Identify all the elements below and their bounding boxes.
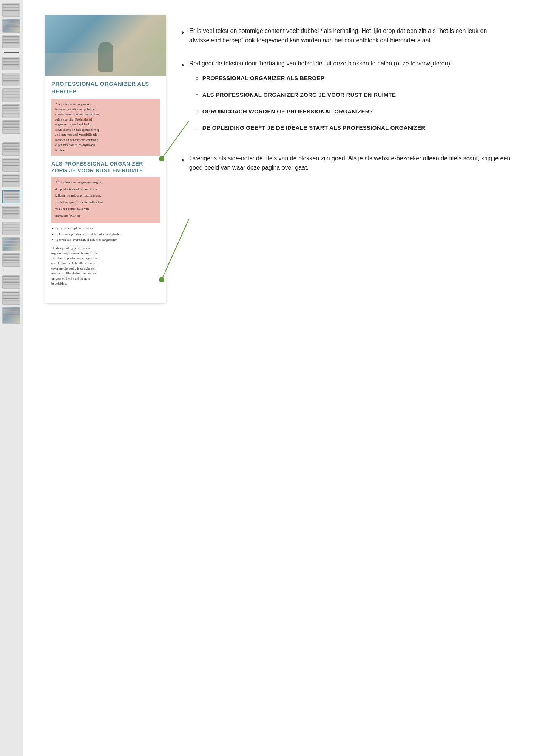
feedback-sub-list: PROFESSIONAL ORGANIZER ALS BEROEP ALS PR… xyxy=(195,74,515,132)
feedback-item-2: Redigeer de teksten door 'herhaling van … xyxy=(181,59,515,140)
feedback-sub-item-2-text: ALS PROFESSIONAL ORGANIZER ZORG JE VOOR … xyxy=(202,91,396,99)
text-block2-p2: dat je klanten orde en overzicht xyxy=(55,187,156,192)
feedback-sub-item-4: DE OPLEIDING GEEFT JE DE IDEALE START AL… xyxy=(195,124,515,132)
hero-image xyxy=(45,15,166,76)
sidebar-thumb-8[interactable] xyxy=(2,120,20,134)
feedback-sub-item-4-text: DE OPLEIDING GEEFT JE DE IDEALE START AL… xyxy=(202,124,426,132)
sidebar-thumb-12-active[interactable] xyxy=(2,190,20,203)
page-text-block-1-content: Als professional organizer begeleid en a… xyxy=(55,102,156,153)
page-bullet-3: gebrek aan overzicht, al dan niet aangeb… xyxy=(57,237,160,243)
text-line-10: hebben. xyxy=(55,148,66,152)
body-text-8: begeleiden. xyxy=(51,282,67,285)
body-text-4: aan de slag. Je hebt alle kennis en xyxy=(51,261,97,265)
main-content: PROFESSIONAL ORGANIZER ALS BEROEP Als pr… xyxy=(23,0,534,756)
feedback-item-2-content: Redigeer de teksten door 'herhaling van … xyxy=(189,59,515,140)
feedback-sub-item-3-text: OPRUIMCOACH WORDEN OF PROFESSIONAL ORGAN… xyxy=(202,107,373,116)
text-line-9: eigen motivaties en obstakels xyxy=(55,143,95,147)
text-line-8: mensen in contact die ieder hun xyxy=(55,138,98,142)
page-preview: PROFESSIONAL ORGANIZER ALS BEROEP Als pr… xyxy=(45,15,166,733)
sidebar-thumb-19[interactable] xyxy=(2,307,20,324)
text-line-3: creëren van orde en overzicht in xyxy=(55,112,99,116)
text-block2-p1: Als professional organizer zorg je xyxy=(55,180,156,185)
sidebar-thumb-13[interactable] xyxy=(2,206,20,219)
sidebar-thumb-18[interactable] xyxy=(2,291,20,305)
page-bullet-2: tekort aan praktische middelen of vaardi… xyxy=(57,232,160,237)
feedback-item-3-text: Overigens als side-note: de titels van d… xyxy=(189,154,515,173)
page-text-block-1: Als professional organizer begeleid en a… xyxy=(51,99,160,156)
text-line-6: afwisselend en uitdagend beroep. xyxy=(55,128,100,132)
feedback-sub-item-1: PROFESSIONAL ORGANIZER ALS BEROEP xyxy=(195,74,515,82)
sidebar-thumb-9[interactable] xyxy=(2,142,20,156)
sidebar-thumb-7[interactable] xyxy=(2,104,20,118)
page-bullet-1: gebrek aan tijd en prioriteit xyxy=(57,226,160,231)
feedback-sub-item-3: OPRUIMCOACH WORDEN OF PROFESSIONAL ORGAN… xyxy=(195,107,515,116)
text-line-5: organizer is een heel leuk, xyxy=(55,122,91,126)
body-text-7: op verschillende gebieden te xyxy=(51,277,90,280)
sidebar-thumb-6[interactable] xyxy=(2,88,20,102)
feedback-item-1-text: Er is veel tekst en sommige content voel… xyxy=(189,26,515,45)
text-line-1: Als professional organizer xyxy=(55,102,91,106)
sidebar-thumb-10[interactable] xyxy=(2,158,20,172)
feedback-sub-item-1-text: PROFESSIONAL ORGANIZER ALS BEROEP xyxy=(202,74,324,82)
text-block2-p3: krijgen, waardoor er rust ontstaat. xyxy=(55,193,156,198)
page-content: PROFESSIONAL ORGANIZER ALS BEROEP Als pr… xyxy=(45,76,166,294)
body-text-5: ervaring die nodig is om klanten xyxy=(51,266,96,270)
text-block2-p4: De hulpvragen zijn verschillend en xyxy=(55,200,156,205)
sidebar-thumb-3[interactable] xyxy=(2,35,20,48)
sidebar-divider-1 xyxy=(4,52,19,53)
text-line-7: Je komt met veel verschillende xyxy=(55,133,97,136)
page-bullet-list: gebrek aan tijd en prioriteit tekort aan… xyxy=(51,226,160,243)
sidebar-thumb-2[interactable] xyxy=(2,19,20,33)
sidebar-divider-3 xyxy=(4,271,19,271)
text-block2-p6: meerdere factoren: xyxy=(55,213,156,218)
sidebar-thumb-4[interactable] xyxy=(2,57,20,70)
page-text-block-2: Als professional organizer zorg je dat j… xyxy=(51,177,160,223)
body-text-3: zelfstandig professional organizer xyxy=(51,256,97,260)
sidebar-thumb-16[interactable] xyxy=(2,253,20,267)
page-body-text: Na de opleiding professional organizer/o… xyxy=(51,246,160,287)
sidebar-thumbnails xyxy=(0,0,23,756)
text-line-2: begeleid en adviseer je bij het xyxy=(55,107,96,111)
sidebar-divider-2 xyxy=(4,138,19,138)
sidebar-thumb-5[interactable] xyxy=(2,73,20,86)
body-text-2: organizer/opruimcoach kun je als xyxy=(51,251,97,255)
text-line-4: ruimte en tijd. xyxy=(55,118,74,121)
body-text-1: Na de opleiding professional xyxy=(51,246,91,250)
sidebar-thumb-17[interactable] xyxy=(2,275,20,289)
page-title-2: ALS PROFESSIONAL ORGANIZER ZORG JE VOOR … xyxy=(51,160,160,174)
feedback-sub-item-2: ALS PROFESSIONAL ORGANIZER ZORG JE VOOR … xyxy=(195,91,515,99)
feedback-list: Er is veel tekst en sommige content voel… xyxy=(181,26,515,172)
sidebar-thumb-11[interactable] xyxy=(2,174,20,187)
sidebar-thumb-14[interactable] xyxy=(2,222,20,235)
feedback-item-2-intro: Redigeer de teksten door 'herhaling van … xyxy=(189,60,452,67)
feedback-item-1: Er is veel tekst en sommige content voel… xyxy=(181,26,515,45)
text-highlight: Professional xyxy=(75,118,92,121)
text-block2-p5: vaak een combinatie van xyxy=(55,206,156,212)
page-card: PROFESSIONAL ORGANIZER ALS BEROEP Als pr… xyxy=(45,15,166,303)
feedback-column: Er is veel tekst en sommige content voel… xyxy=(181,15,515,733)
body-text-6: met verschillende hulpvragen en xyxy=(51,271,96,275)
sidebar-thumb-1[interactable] xyxy=(2,3,20,17)
sidebar-thumb-15[interactable] xyxy=(2,237,20,251)
page-title-1: PROFESSIONAL ORGANIZER ALS BEROEP xyxy=(51,80,160,95)
feedback-item-3: Overigens als side-note: de titels van d… xyxy=(181,154,515,173)
